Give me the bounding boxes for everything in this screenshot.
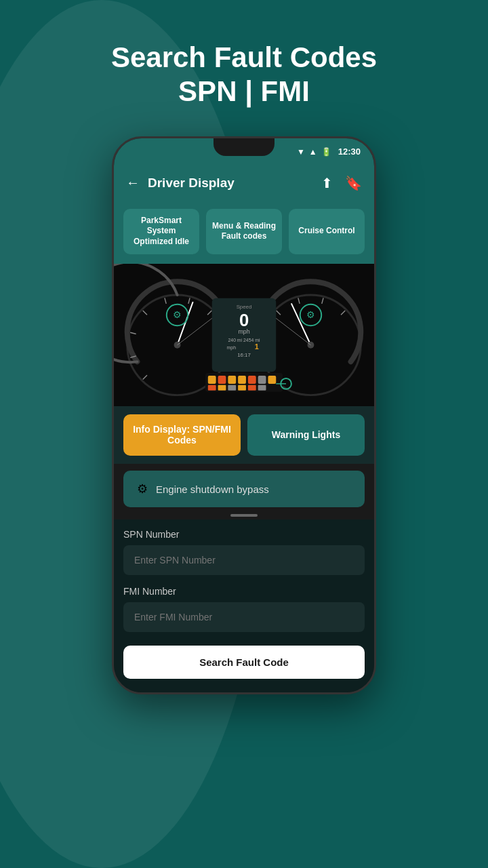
svg-rect-45 xyxy=(228,384,236,390)
fmi-label: FMI Number xyxy=(123,586,365,597)
phone-mockup: ▼ ▲ 🔋 12:30 ← Driver Display ⬆ 🔖 ParkSma… xyxy=(112,136,376,694)
svg-rect-46 xyxy=(238,384,246,390)
form-area: SPN Number FMI Number Search Fault Code xyxy=(114,519,374,692)
svg-rect-41 xyxy=(258,376,266,384)
svg-rect-48 xyxy=(258,384,266,390)
svg-rect-47 xyxy=(248,384,256,390)
svg-rect-37 xyxy=(218,376,226,384)
app-bar-actions: ⬆ 🔖 xyxy=(320,174,363,193)
engine-icon: ⚙ xyxy=(137,481,148,496)
svg-rect-43 xyxy=(208,384,216,390)
engine-shutdown-label: Engine shutdown bypass xyxy=(156,484,269,495)
svg-text:⚙: ⚙ xyxy=(306,310,315,320)
svg-point-10 xyxy=(174,341,181,348)
tab-row: Info Display: SPN/FMI Codes Warning Ligh… xyxy=(114,406,374,465)
tab-warning-lights[interactable]: Warning Lights xyxy=(247,414,365,456)
bookmark-button[interactable]: 🔖 xyxy=(344,174,363,193)
drag-handle[interactable] xyxy=(230,514,258,517)
app-bar: ← Driver Display ⬆ 🔖 xyxy=(114,165,374,201)
status-bar: ▼ ▲ 🔋 12:30 xyxy=(114,138,374,165)
quick-action-menu[interactable]: Menu & Reading Fault codes xyxy=(206,209,282,254)
wifi-icon: ▼ xyxy=(297,147,305,157)
tab-info-display[interactable]: Info Display: SPN/FMI Codes xyxy=(123,414,241,456)
svg-text:0: 0 xyxy=(239,311,249,330)
svg-rect-39 xyxy=(238,376,246,384)
status-time: 12:30 xyxy=(338,146,361,157)
svg-text:1: 1 xyxy=(255,342,259,350)
notch xyxy=(214,138,274,156)
back-button[interactable]: ← xyxy=(125,174,141,192)
svg-rect-44 xyxy=(218,384,226,390)
spn-label: SPN Number xyxy=(123,529,365,540)
quick-action-parksmart[interactable]: ParkSmart System Optimized Idle xyxy=(123,209,199,254)
svg-rect-40 xyxy=(248,376,256,384)
app-bar-title: Driver Display xyxy=(148,176,235,191)
spn-input[interactable] xyxy=(123,545,365,575)
svg-text:16:17: 16:17 xyxy=(237,352,251,358)
engine-shutdown-button[interactable]: ⚙ Engine shutdown bypass xyxy=(123,471,365,507)
quick-action-cruise[interactable]: Cruise Control xyxy=(289,209,365,254)
svg-rect-36 xyxy=(208,376,216,384)
svg-text:mph: mph xyxy=(227,344,237,350)
svg-rect-42 xyxy=(268,376,276,384)
svg-text:mph: mph xyxy=(238,328,249,335)
signal-icon: ▲ xyxy=(309,147,317,157)
search-fault-code-button[interactable]: Search Fault Code xyxy=(123,646,365,679)
quick-actions: ParkSmart System Optimized Idle Menu & R… xyxy=(114,201,374,264)
hero-title: Search Fault Codes SPN | FMI xyxy=(84,41,404,109)
svg-text:Speed: Speed xyxy=(237,303,252,309)
battery-icon: 🔋 xyxy=(321,147,331,157)
gauge-container: ⚙ ⚙ xyxy=(114,264,374,406)
share-button[interactable]: ⬆ xyxy=(320,174,334,193)
dashboard-area: ⚙ ⚙ xyxy=(114,264,374,406)
status-icons: ▼ ▲ 🔋 12:30 xyxy=(297,146,361,157)
gauges-svg: ⚙ ⚙ xyxy=(114,264,374,406)
svg-text:⚙: ⚙ xyxy=(173,310,182,320)
app-bar-left: ← Driver Display xyxy=(125,174,235,192)
fmi-input[interactable] xyxy=(123,602,365,632)
svg-rect-38 xyxy=(228,376,236,384)
